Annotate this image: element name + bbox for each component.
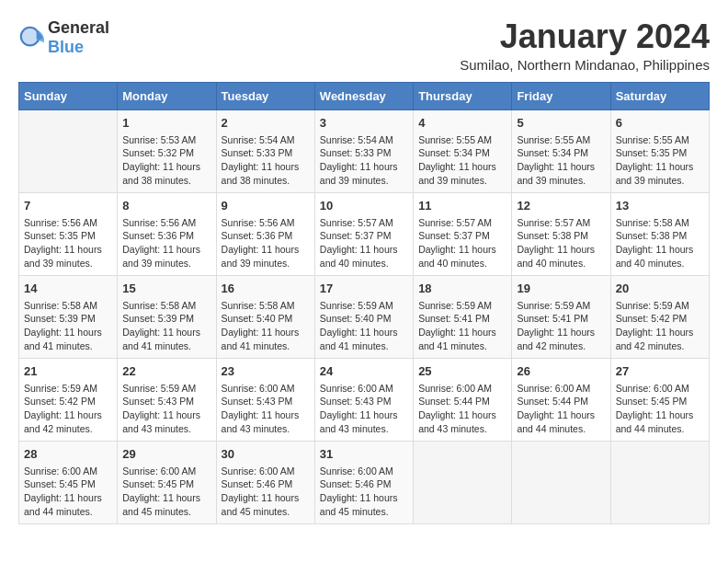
calendar-week-3: 14Sunrise: 5:58 AM Sunset: 5:39 PM Dayli… — [19, 275, 710, 358]
calendar-cell: 14Sunrise: 5:58 AM Sunset: 5:39 PM Dayli… — [19, 275, 118, 358]
calendar-body: 1Sunrise: 5:53 AM Sunset: 5:32 PM Daylig… — [19, 109, 710, 523]
calendar-cell — [19, 109, 118, 192]
day-number: 30 — [222, 446, 310, 463]
day-info: Sunrise: 5:59 AM Sunset: 5:41 PM Dayligh… — [517, 299, 605, 353]
day-number: 24 — [320, 363, 408, 380]
day-info: Sunrise: 6:00 AM Sunset: 5:44 PM Dayligh… — [517, 382, 605, 436]
day-info: Sunrise: 6:00 AM Sunset: 5:43 PM Dayligh… — [320, 382, 408, 436]
day-info: Sunrise: 5:56 AM Sunset: 5:35 PM Dayligh… — [24, 216, 112, 270]
calendar-cell: 19Sunrise: 5:59 AM Sunset: 5:41 PM Dayli… — [512, 275, 610, 358]
header-thursday: Thursday — [414, 82, 512, 109]
calendar-cell: 29Sunrise: 6:00 AM Sunset: 5:45 PM Dayli… — [118, 441, 216, 523]
logo-general-text: General — [48, 18, 109, 38]
calendar-cell: 24Sunrise: 6:00 AM Sunset: 5:43 PM Dayli… — [314, 358, 413, 441]
header-tuesday: Tuesday — [216, 82, 314, 109]
day-number: 14 — [24, 281, 112, 297]
calendar-cell — [512, 441, 610, 523]
day-number: 1 — [122, 115, 210, 132]
calendar-title: January 2024 — [460, 18, 710, 55]
calendar-cell — [610, 441, 709, 523]
day-info: Sunrise: 5:59 AM Sunset: 5:42 PM Dayligh… — [24, 382, 112, 436]
day-info: Sunrise: 6:00 AM Sunset: 5:45 PM Dayligh… — [24, 465, 112, 519]
day-number: 13 — [616, 198, 704, 214]
calendar-week-1: 1Sunrise: 5:53 AM Sunset: 5:32 PM Daylig… — [19, 109, 710, 192]
calendar-cell: 8Sunrise: 5:56 AM Sunset: 5:36 PM Daylig… — [118, 192, 216, 275]
logo: General Blue — [18, 18, 109, 57]
calendar-cell: 1Sunrise: 5:53 AM Sunset: 5:32 PM Daylig… — [118, 109, 216, 192]
page-header: General Blue January 2024 Sumilao, North… — [18, 18, 710, 73]
calendar-cell: 11Sunrise: 5:57 AM Sunset: 5:37 PM Dayli… — [414, 192, 512, 275]
day-number: 22 — [122, 363, 210, 380]
day-info: Sunrise: 6:00 AM Sunset: 5:46 PM Dayligh… — [320, 465, 408, 519]
calendar-cell: 2Sunrise: 5:54 AM Sunset: 5:33 PM Daylig… — [216, 109, 314, 192]
day-number: 28 — [24, 446, 112, 463]
header-wednesday: Wednesday — [314, 82, 413, 109]
day-number: 12 — [517, 198, 605, 214]
calendar-cell: 9Sunrise: 5:56 AM Sunset: 5:36 PM Daylig… — [216, 192, 314, 275]
day-number: 10 — [320, 198, 408, 214]
day-info: Sunrise: 5:53 AM Sunset: 5:32 PM Dayligh… — [122, 133, 210, 188]
calendar-cell: 16Sunrise: 5:58 AM Sunset: 5:40 PM Dayli… — [216, 275, 314, 358]
day-number: 16 — [222, 281, 310, 297]
calendar-week-4: 21Sunrise: 5:59 AM Sunset: 5:42 PM Dayli… — [19, 358, 710, 441]
day-number: 29 — [122, 446, 210, 463]
title-block: January 2024 Sumilao, Northern Mindanao,… — [460, 18, 710, 73]
header-friday: Friday — [512, 82, 610, 109]
day-info: Sunrise: 5:54 AM Sunset: 5:33 PM Dayligh… — [320, 133, 408, 188]
calendar-cell: 25Sunrise: 6:00 AM Sunset: 5:44 PM Dayli… — [414, 358, 512, 441]
day-number: 7 — [24, 198, 112, 214]
calendar-cell — [414, 441, 512, 523]
day-info: Sunrise: 5:58 AM Sunset: 5:40 PM Dayligh… — [222, 299, 310, 353]
day-number: 15 — [122, 281, 210, 297]
calendar-cell: 17Sunrise: 5:59 AM Sunset: 5:40 PM Dayli… — [314, 275, 413, 358]
calendar-cell: 20Sunrise: 5:59 AM Sunset: 5:42 PM Dayli… — [610, 275, 709, 358]
day-info: Sunrise: 5:57 AM Sunset: 5:38 PM Dayligh… — [517, 216, 605, 270]
day-info: Sunrise: 6:00 AM Sunset: 5:45 PM Dayligh… — [122, 465, 210, 519]
calendar-cell: 22Sunrise: 5:59 AM Sunset: 5:43 PM Dayli… — [118, 358, 216, 441]
logo-icon — [18, 25, 44, 51]
day-info: Sunrise: 5:59 AM Sunset: 5:43 PM Dayligh… — [122, 382, 210, 436]
day-number: 8 — [122, 198, 210, 214]
day-number: 19 — [517, 281, 605, 297]
day-number: 18 — [418, 281, 506, 297]
calendar-cell: 23Sunrise: 6:00 AM Sunset: 5:43 PM Dayli… — [216, 358, 314, 441]
day-number: 3 — [320, 115, 408, 132]
logo-blue-text: Blue — [48, 38, 84, 56]
calendar-cell: 13Sunrise: 5:58 AM Sunset: 5:38 PM Dayli… — [610, 192, 709, 275]
day-info: Sunrise: 5:59 AM Sunset: 5:40 PM Dayligh… — [320, 299, 408, 353]
calendar-cell: 10Sunrise: 5:57 AM Sunset: 5:37 PM Dayli… — [314, 192, 413, 275]
calendar-cell: 18Sunrise: 5:59 AM Sunset: 5:41 PM Dayli… — [414, 275, 512, 358]
day-info: Sunrise: 6:00 AM Sunset: 5:45 PM Dayligh… — [616, 382, 704, 436]
day-info: Sunrise: 5:56 AM Sunset: 5:36 PM Dayligh… — [222, 216, 310, 270]
header-saturday: Saturday — [610, 82, 709, 109]
calendar-cell: 5Sunrise: 5:55 AM Sunset: 5:34 PM Daylig… — [512, 109, 610, 192]
day-info: Sunrise: 5:57 AM Sunset: 5:37 PM Dayligh… — [418, 216, 506, 270]
calendar-cell: 4Sunrise: 5:55 AM Sunset: 5:34 PM Daylig… — [414, 109, 512, 192]
day-number: 26 — [517, 363, 605, 380]
calendar-week-2: 7Sunrise: 5:56 AM Sunset: 5:35 PM Daylig… — [19, 192, 710, 275]
day-info: Sunrise: 5:58 AM Sunset: 5:38 PM Dayligh… — [616, 216, 704, 270]
day-number: 5 — [517, 115, 605, 132]
day-number: 31 — [320, 446, 408, 463]
day-info: Sunrise: 5:55 AM Sunset: 5:35 PM Dayligh… — [616, 133, 704, 188]
calendar-cell: 26Sunrise: 6:00 AM Sunset: 5:44 PM Dayli… — [512, 358, 610, 441]
day-info: Sunrise: 5:59 AM Sunset: 5:42 PM Dayligh… — [616, 299, 704, 353]
calendar-subtitle: Sumilao, Northern Mindanao, Philippines — [460, 57, 710, 73]
day-number: 4 — [418, 115, 506, 132]
day-info: Sunrise: 5:54 AM Sunset: 5:33 PM Dayligh… — [222, 133, 310, 188]
day-info: Sunrise: 5:55 AM Sunset: 5:34 PM Dayligh… — [517, 133, 605, 188]
day-info: Sunrise: 5:55 AM Sunset: 5:34 PM Dayligh… — [418, 133, 506, 188]
calendar-cell: 30Sunrise: 6:00 AM Sunset: 5:46 PM Dayli… — [216, 441, 314, 523]
calendar-cell: 28Sunrise: 6:00 AM Sunset: 5:45 PM Dayli… — [19, 441, 118, 523]
calendar-table: Sunday Monday Tuesday Wednesday Thursday… — [18, 82, 710, 524]
calendar-cell: 3Sunrise: 5:54 AM Sunset: 5:33 PM Daylig… — [314, 109, 413, 192]
day-number: 11 — [418, 198, 506, 214]
day-info: Sunrise: 6:00 AM Sunset: 5:46 PM Dayligh… — [222, 465, 310, 519]
calendar-cell: 27Sunrise: 6:00 AM Sunset: 5:45 PM Dayli… — [610, 358, 709, 441]
day-number: 2 — [222, 115, 310, 132]
day-number: 9 — [222, 198, 310, 214]
day-info: Sunrise: 5:58 AM Sunset: 5:39 PM Dayligh… — [122, 299, 210, 353]
day-info: Sunrise: 5:57 AM Sunset: 5:37 PM Dayligh… — [320, 216, 408, 270]
day-number: 27 — [616, 363, 704, 380]
header-monday: Monday — [118, 82, 216, 109]
